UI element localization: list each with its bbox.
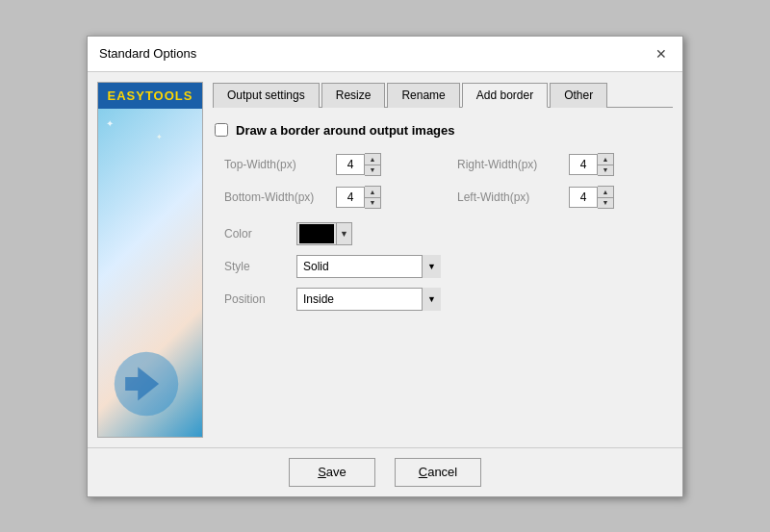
- sidebar-image: EASYTOOLS ✦ ✦: [97, 82, 203, 438]
- draw-border-label: Draw a border around output images: [236, 123, 455, 138]
- bottom-width-down[interactable]: ▼: [365, 197, 380, 208]
- bottom-width-spinner: ▲ ▼: [336, 186, 384, 209]
- position-row: Position Inside Outside Center ▼: [215, 288, 671, 311]
- bottom-width-spinner-buttons: ▲ ▼: [365, 186, 381, 209]
- right-width-down[interactable]: ▼: [598, 165, 613, 175]
- color-dropdown-icon[interactable]: ▼: [336, 222, 351, 245]
- tab-add-border[interactable]: Add border: [462, 83, 548, 108]
- arrow-icon: [113, 350, 180, 418]
- close-button[interactable]: ✕: [652, 44, 671, 63]
- top-width-label: Top-Width(px): [224, 158, 330, 171]
- left-width-up[interactable]: ▲: [598, 187, 613, 197]
- bottom-width-input[interactable]: [336, 187, 365, 208]
- tab-rename[interactable]: Rename: [387, 83, 459, 108]
- left-width-spinner: ▲ ▼: [569, 186, 617, 209]
- position-select-wrapper: Inside Outside Center ▼: [296, 288, 441, 311]
- right-width-up[interactable]: ▲: [598, 154, 613, 165]
- tab-output-settings[interactable]: Output settings: [213, 83, 320, 108]
- right-width-row: Right-Width(px) ▲ ▼: [457, 153, 671, 176]
- bottom-width-up[interactable]: ▲: [365, 187, 380, 197]
- left-width-down[interactable]: ▼: [598, 197, 613, 208]
- main-panel: Output settings Resize Rename Add border…: [213, 82, 673, 438]
- top-width-spinner-buttons: ▲ ▼: [365, 153, 381, 176]
- right-width-spinner-buttons: ▲ ▼: [598, 153, 614, 176]
- tab-other[interactable]: Other: [550, 83, 607, 108]
- position-select[interactable]: Inside Outside Center: [296, 288, 441, 311]
- position-label: Position: [224, 292, 287, 306]
- color-swatch: [299, 224, 334, 243]
- title-bar: Standard Options ✕: [88, 37, 682, 72]
- left-width-label: Left-Width(px): [457, 190, 563, 204]
- top-width-spinner: ▲ ▼: [336, 153, 384, 176]
- draw-border-checkbox[interactable]: [215, 123, 228, 137]
- top-width-row: Top-Width(px) ▲ ▼: [224, 153, 438, 176]
- color-row: Color ▼: [215, 222, 671, 245]
- tabs-row: Output settings Resize Rename Add border…: [213, 82, 673, 108]
- color-picker[interactable]: ▼: [296, 222, 352, 245]
- cancel-button[interactable]: Cancel: [395, 458, 481, 487]
- width-fields-grid: Top-Width(px) ▲ ▼ Right-Width(px): [215, 153, 671, 209]
- style-select[interactable]: Solid Dashed Dotted: [296, 255, 441, 278]
- dialog-title: Standard Options: [99, 46, 196, 61]
- style-row: Style Solid Dashed Dotted ▼: [215, 255, 671, 278]
- sidebar-visual: ✦ ✦: [98, 109, 202, 437]
- color-label: Color: [224, 227, 287, 241]
- right-width-input[interactable]: [569, 154, 598, 175]
- right-width-spinner: ▲ ▼: [569, 153, 617, 176]
- style-label: Style: [224, 260, 287, 273]
- right-width-label: Right-Width(px): [457, 158, 563, 171]
- top-width-up[interactable]: ▲: [365, 154, 380, 165]
- dialog-footer: Save Cancel: [88, 447, 682, 496]
- bottom-width-row: Bottom-Width(px) ▲ ▼: [224, 186, 438, 209]
- style-select-wrapper: Solid Dashed Dotted ▼: [296, 255, 441, 278]
- save-button[interactable]: Save: [289, 458, 375, 487]
- logo-text: EASYTOOLS: [108, 89, 193, 103]
- tab-resize[interactable]: Resize: [321, 83, 386, 108]
- left-width-spinner-buttons: ▲ ▼: [598, 186, 614, 209]
- standard-options-dialog: Standard Options ✕ EASYTOOLS ✦ ✦: [87, 36, 683, 497]
- bottom-width-label: Bottom-Width(px): [224, 190, 330, 204]
- left-width-row: Left-Width(px) ▲ ▼: [457, 186, 671, 209]
- content-area: Draw a border around output images Top-W…: [213, 119, 673, 438]
- sidebar-logo: EASYTOOLS: [98, 83, 202, 109]
- top-width-down[interactable]: ▼: [365, 165, 380, 175]
- draw-border-row: Draw a border around output images: [215, 123, 671, 138]
- top-width-input[interactable]: [336, 154, 365, 175]
- left-width-input[interactable]: [569, 187, 598, 208]
- dialog-body: EASYTOOLS ✦ ✦ Output settings Resize Ren…: [88, 72, 682, 447]
